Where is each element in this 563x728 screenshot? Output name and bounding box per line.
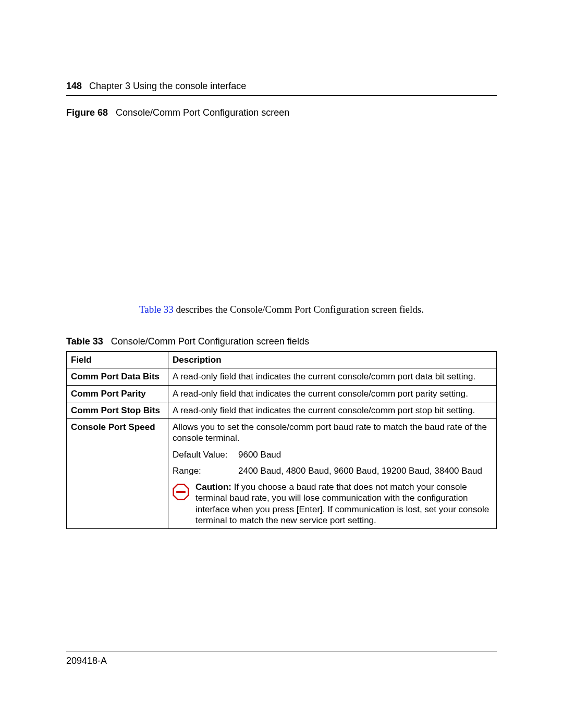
page-number: 148 (66, 81, 82, 92)
range-value: 2400 Baud, 4800 Baud, 9600 Baud, 19200 B… (238, 465, 482, 476)
table-title: Console/Comm Port Configuration screen f… (111, 336, 309, 347)
page-footer: 209418-A (66, 651, 497, 667)
figure-label: Figure 68 (66, 107, 108, 118)
field-desc: A read-only field that indicates the cur… (168, 368, 497, 385)
caution-text: If you choose a baud rate that does not … (195, 482, 489, 525)
default-value-row: Default Value: 9600 Baud (173, 449, 492, 460)
header-description: Description (168, 352, 497, 368)
table-row: Comm Port Data Bits A read-only field th… (67, 368, 497, 385)
svg-rect-1 (176, 491, 186, 493)
table-row: Comm Port Parity A read-only field that … (67, 385, 497, 402)
range-label: Range: (173, 465, 238, 476)
document-id: 209418-A (66, 656, 107, 666)
figure-caption: Figure 68 Console/Comm Port Configuratio… (66, 107, 497, 118)
caution-text-wrap: Caution: If you choose a baud rate that … (195, 482, 492, 526)
caution-label: Caution: (195, 482, 231, 492)
table-header-row: Field Description (67, 352, 497, 368)
table-link[interactable]: Table 33 (139, 304, 174, 315)
field-desc: A read-only field that indicates the cur… (168, 385, 497, 402)
caution-block: Caution: If you choose a baud rate that … (173, 482, 492, 526)
running-header: 148 Chapter 3 Using the console interfac… (66, 81, 497, 96)
field-desc: A read-only field that indicates the cur… (168, 402, 497, 418)
table-label: Table 33 (66, 336, 103, 347)
page: 148 Chapter 3 Using the console interfac… (0, 0, 563, 728)
field-name: Comm Port Data Bits (67, 368, 168, 385)
table-row: Comm Port Stop Bits A read-only field th… (67, 402, 497, 418)
field-desc: Allows you to set the console/comm port … (168, 419, 497, 529)
fields-table: Field Description Comm Port Data Bits A … (66, 351, 497, 529)
figure-title: Console/Comm Port Configuration screen (116, 107, 289, 118)
table-row: Console Port Speed Allows you to set the… (67, 419, 497, 529)
reference-text: describes the Console/Comm Port Configur… (174, 304, 424, 315)
stop-icon (173, 484, 189, 500)
field-name: Comm Port Stop Bits (67, 402, 168, 418)
figure-placeholder (66, 118, 497, 301)
chapter-title: Chapter 3 Using the console interface (89, 81, 246, 92)
default-value: 9600 Baud (238, 449, 281, 460)
field-name: Comm Port Parity (67, 385, 168, 402)
header-field: Field (67, 352, 168, 368)
reference-sentence: Table 33 describes the Console/Comm Port… (66, 304, 497, 315)
table-caption: Table 33 Console/Comm Port Configuration… (66, 336, 497, 347)
speed-desc: Allows you to set the console/comm port … (173, 422, 492, 444)
default-label: Default Value: (173, 449, 238, 460)
range-row: Range: 2400 Baud, 4800 Baud, 9600 Baud, … (173, 465, 492, 476)
field-name: Console Port Speed (67, 419, 168, 529)
